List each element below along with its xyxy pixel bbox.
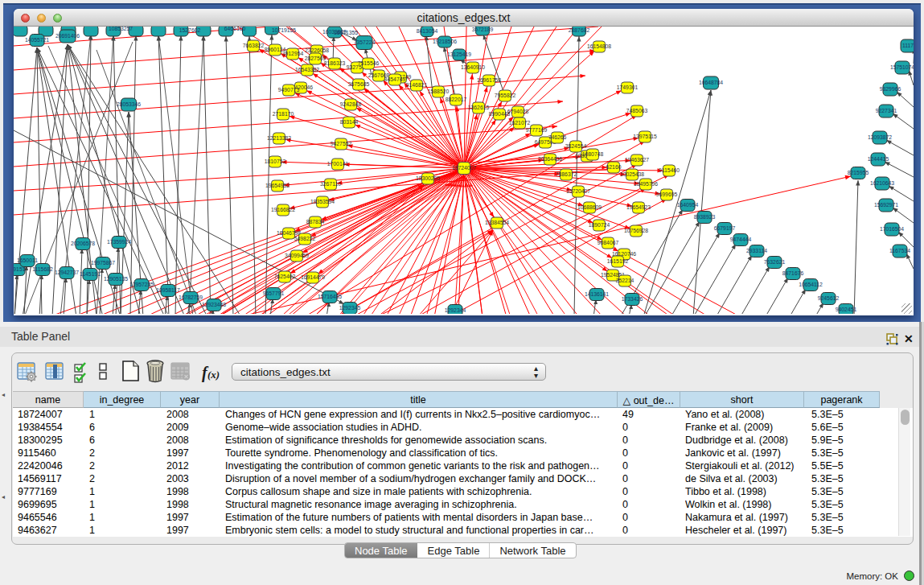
svg-text:3572189: 3572189: [472, 27, 494, 32]
svg-text:6679197: 6679197: [714, 225, 736, 231]
svg-text:16671355: 16671355: [334, 30, 358, 35]
svg-text:12942737: 12942737: [55, 270, 79, 275]
svg-text:6794028: 6794028: [507, 109, 529, 114]
svg-text:1733426: 1733426: [622, 296, 643, 302]
svg-text:252214: 252214: [616, 278, 634, 283]
svg-text:9084067: 9084067: [598, 240, 619, 245]
svg-text:1167534: 1167534: [889, 248, 910, 253]
svg-text:10719155: 10719155: [272, 27, 296, 33]
svg-text:1615192: 1615192: [607, 258, 629, 264]
svg-text:12905135: 12905135: [104, 276, 128, 282]
svg-text:15692971: 15692971: [874, 202, 898, 208]
svg-text:15716485: 15716485: [318, 294, 342, 299]
svg-text:28053346: 28053346: [117, 101, 141, 107]
svg-text:7515546: 7515546: [358, 60, 380, 66]
svg-text:17957225: 17957225: [129, 282, 154, 287]
svg-text:1588520: 1588520: [428, 89, 450, 94]
svg-text:2718170: 2718170: [273, 111, 294, 117]
svg-text:1117: 1117: [902, 43, 914, 48]
svg-text:19654923: 19654923: [626, 204, 651, 210]
svg-text:7485063: 7485063: [626, 108, 648, 113]
svg-text:1810752: 1810752: [265, 159, 286, 164]
svg-text:3675685: 3675685: [348, 81, 370, 87]
svg-text:10688609: 10688609: [577, 204, 602, 210]
svg-text:9657791: 9657791: [263, 290, 285, 296]
svg-text:13125419: 13125419: [447, 51, 471, 57]
svg-text:20364436: 20364436: [538, 156, 562, 162]
svg-text:1292344: 1292344: [445, 307, 466, 313]
svg-text:19166822: 19166822: [271, 207, 295, 212]
svg-text:18300295: 18300295: [416, 175, 440, 181]
svg-text:9146821: 9146821: [406, 82, 428, 88]
svg-text:19218506: 19218506: [433, 39, 457, 44]
svg-text:16046798: 16046798: [277, 230, 301, 236]
svg-text:17359924: 17359924: [107, 239, 131, 245]
svg-text:1650011: 1650011: [17, 257, 38, 263]
svg-text:2827509: 2827509: [305, 56, 326, 61]
svg-text:20206578: 20206578: [71, 241, 95, 246]
svg-text:12213382: 12213382: [267, 135, 291, 141]
svg-text:15720407: 15720407: [566, 188, 590, 194]
svg-text:8822017: 8822017: [446, 97, 467, 102]
svg-text:19384554: 19384554: [485, 220, 509, 225]
svg-text:1749301: 1749301: [617, 84, 639, 90]
svg-text:18495796: 18495796: [634, 181, 658, 187]
svg-text:7632621: 7632621: [764, 259, 786, 265]
svg-text:8215955: 8215955: [848, 170, 869, 175]
svg-text:887834: 887834: [306, 219, 325, 225]
svg-text:1640954: 1640954: [677, 202, 699, 208]
svg-text:7357224: 7357224: [354, 39, 376, 45]
svg-text:3912954: 3912954: [282, 51, 304, 56]
svg-text:3824554: 3824554: [565, 143, 587, 149]
svg-text:9402451: 9402451: [836, 307, 857, 312]
svg-text:16543382: 16543382: [295, 67, 319, 72]
svg-text:10958117: 10958117: [156, 287, 180, 293]
svg-text:16961758: 16961758: [477, 77, 501, 83]
svg-text:12923448: 12923448: [202, 302, 226, 307]
svg-text:9245612: 9245612: [818, 295, 840, 301]
svg-text:9474444: 9474444: [730, 237, 752, 242]
svg-text:2887682: 2887682: [569, 27, 590, 33]
svg-text:10654112: 10654112: [799, 282, 823, 287]
svg-text:9227341: 9227341: [876, 108, 897, 113]
svg-text:18353594: 18353594: [310, 199, 335, 204]
svg-text:5498222: 5498222: [294, 236, 316, 241]
svg-text:13640910: 13640910: [461, 64, 485, 70]
svg-text:1890724: 1890724: [589, 222, 610, 228]
svg-text:16782759: 16782759: [179, 295, 203, 300]
svg-text:7886372: 7886372: [556, 171, 577, 177]
svg-text:1362615: 1362615: [468, 105, 490, 110]
svg-text:13975115: 13975115: [633, 134, 657, 139]
svg-text:19463627: 19463627: [625, 157, 649, 163]
svg-text:15751074: 15751074: [890, 64, 914, 70]
svg-text:34099459: 34099459: [285, 253, 309, 258]
svg-text:14055721: 14055721: [25, 37, 49, 43]
svg-text:16154808: 16154808: [587, 43, 611, 49]
svg-text:16914479: 16914479: [301, 274, 325, 280]
svg-text:19654952: 19654952: [265, 183, 290, 188]
svg-text:19975867: 19975867: [91, 260, 115, 266]
svg-text:1145191: 1145191: [80, 271, 101, 277]
svg-text:1292345: 1292345: [339, 305, 361, 311]
svg-text:9242848: 9242848: [340, 101, 362, 107]
svg-text:2933114: 2933114: [746, 248, 767, 253]
svg-text:803144: 803144: [340, 119, 359, 125]
svg-text:(x): (x): [207, 369, 220, 381]
svg-text:12093872: 12093872: [868, 134, 892, 140]
svg-text:9699695: 9699695: [656, 192, 678, 197]
svg-text:39151: 39151: [14, 266, 26, 272]
svg-text:10025438: 10025438: [620, 171, 644, 177]
svg-text:9427552: 9427552: [331, 141, 352, 146]
svg-text:10853257: 10853257: [109, 27, 133, 31]
svg-text:10756928: 10756928: [624, 228, 648, 233]
svg-text:6466160: 6466160: [224, 27, 246, 31]
svg-text:8938923: 8938923: [694, 214, 716, 220]
svg-text:746266: 746266: [548, 134, 567, 140]
svg-text:8413054: 8413054: [417, 28, 438, 34]
svg-text:7625402: 7625402: [274, 274, 296, 279]
svg-text:1700141: 1700141: [327, 161, 349, 167]
svg-text:16210643: 16210643: [870, 180, 894, 186]
svg-text:9115460: 9115460: [659, 167, 680, 173]
svg-text:62160: 62160: [606, 164, 622, 170]
svg-text:1527602: 1527602: [179, 27, 201, 33]
